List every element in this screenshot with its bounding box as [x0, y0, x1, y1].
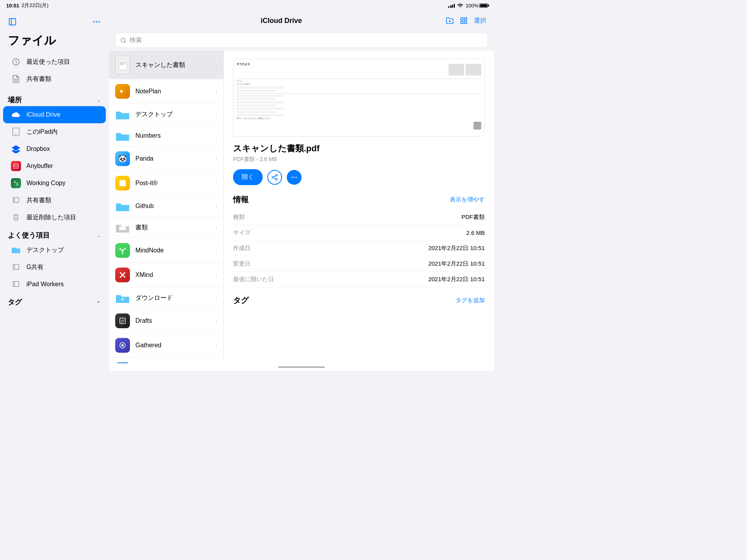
size-value: 2.6 MB	[466, 229, 485, 236]
content-area: iCloud Drive 選択 検索	[109, 11, 494, 371]
desktop-folder-icon	[115, 108, 130, 120]
split-pane: スキャンした書類 › ✦ NotePlan › デスクトップ	[109, 51, 494, 363]
info-row-opened: 最後に開いた日 2021年2月22日 10:51	[233, 272, 485, 287]
list-item-chevron: ›	[215, 203, 217, 209]
list-item[interactable]: MindNode ›	[109, 238, 223, 263]
list-item[interactable]: Github ›	[109, 196, 223, 217]
svg-rect-25	[461, 21, 463, 24]
places-chevron: ⌄	[96, 97, 101, 103]
list-item[interactable]: ダウンロード ›	[109, 287, 223, 309]
share-button[interactable]	[267, 170, 282, 185]
list-item[interactable]: ✦ NotePlan ›	[109, 79, 223, 104]
list-item[interactable]: デスクトップ ›	[109, 104, 223, 125]
list-item[interactable]: Drafts ›	[109, 309, 223, 333]
list-item[interactable]: Keynote ›	[109, 358, 223, 363]
tags-section-header[interactable]: タグ	[0, 293, 109, 308]
svg-rect-10	[14, 164, 18, 168]
open-button[interactable]: 開く	[233, 169, 263, 185]
more-button[interactable]	[287, 170, 302, 185]
sidebar-item-shared-books[interactable]: 共有書類	[3, 192, 106, 209]
sidebar-item-shared[interactable]: 共有書類	[3, 70, 106, 88]
sidebar-item-icloud[interactable]: iCloud Drive	[3, 106, 106, 123]
list-item-name: Github	[135, 203, 210, 210]
list-item-name: MindNode	[135, 247, 210, 254]
sidebar-item-recently-deleted[interactable]: 最近削除した項目	[3, 209, 106, 226]
file-list: スキャンした書類 › ✦ NotePlan › デスクトップ	[109, 51, 224, 363]
shared-books-label: 共有書類	[26, 196, 51, 205]
wifi-icon	[457, 3, 463, 9]
sidebar-item-ipad-workers[interactable]: iPad Workers	[3, 276, 106, 293]
search-icon	[120, 37, 126, 44]
sidebar-top-actions	[0, 14, 109, 33]
list-item-name: Numbers	[135, 132, 210, 139]
new-folder-button[interactable]	[446, 17, 454, 24]
home-indicator	[109, 363, 494, 371]
status-bar: 10:51 2月22日(月) 100%	[0, 0, 494, 11]
list-item[interactable]: XMind ›	[109, 263, 223, 287]
more-options-button[interactable]	[90, 16, 103, 28]
list-item-chevron: ›	[215, 156, 217, 162]
postit-icon	[115, 176, 130, 191]
svg-point-2	[93, 21, 95, 23]
github-folder-icon	[115, 200, 130, 212]
status-date: 2月22日(月)	[21, 2, 48, 9]
signal-icon	[448, 3, 455, 8]
list-item[interactable]: Numbers ›	[109, 125, 223, 147]
info-row-type: 種類 PDF書類	[233, 210, 485, 225]
list-item-name: Gathered	[135, 342, 210, 349]
svg-rect-43	[120, 318, 125, 324]
svg-point-57	[291, 177, 293, 178]
favorites-title: よく使う項目	[8, 231, 50, 240]
detail-pane: そうだより アーム そうだんの窓口 〇〇〇〇〇〇〇〇〇〇〇〇〇〇〇〇〇〇〇〇〇〇…	[224, 51, 494, 363]
show-more-button[interactable]: 表示を増やす	[450, 196, 485, 203]
list-item[interactable]: Gathered ›	[109, 333, 223, 358]
search-bar[interactable]: 検索	[115, 33, 488, 48]
select-button[interactable]: 選択	[474, 17, 486, 25]
svg-point-48	[121, 344, 124, 346]
svg-line-28	[124, 42, 126, 43]
dropbox-label: Dropbox	[26, 145, 50, 152]
sidebar-item-anybuffer[interactable]: Anybuffer	[3, 158, 106, 175]
xmind-icon	[115, 268, 130, 282]
list-item-name: Drafts	[135, 317, 210, 324]
sidebar-toggle-button[interactable]	[6, 16, 19, 28]
detail-file-name: スキャンした書類.pdf	[233, 143, 485, 154]
sidebar-item-dropbox[interactable]: Dropbox	[3, 140, 106, 158]
svg-point-52	[275, 174, 277, 176]
svg-line-56	[274, 175, 275, 177]
ipad-icon	[11, 127, 21, 137]
top-bar: iCloud Drive 選択	[109, 11, 494, 30]
list-item-chevron: ›	[215, 62, 217, 68]
icloud-icon	[11, 110, 21, 120]
sidebar-item-this-ipad[interactable]: このiPad内	[3, 123, 106, 140]
view-toggle-button[interactable]	[460, 17, 468, 24]
list-item-name: デスクトップ	[135, 110, 210, 119]
anybuffer-label: Anybuffer	[26, 163, 53, 170]
ipad-workers-label: iPad Workers	[26, 281, 64, 288]
sidebar-item-g-shared[interactable]: G共有	[3, 259, 106, 276]
action-buttons: 開く	[233, 169, 485, 185]
svg-point-36	[121, 249, 124, 252]
sidebar-item-working-copy[interactable]: Working Copy	[3, 175, 106, 192]
tag-section: タグ タグを追加	[233, 295, 485, 306]
info-row-modified: 変更日 2021年2月22日 10:51	[233, 256, 485, 272]
list-item[interactable]: 🐼 Panda ›	[109, 147, 223, 171]
list-item[interactable]: 書類 ›	[109, 217, 223, 238]
working-copy-icon	[11, 178, 21, 188]
svg-line-40	[121, 249, 121, 250]
sidebar-item-desktop[interactable]: デスクトップ	[3, 242, 106, 259]
search-placeholder: 検索	[130, 36, 142, 44]
recents-label: 最近使った項目	[26, 58, 70, 66]
tags-title: タグ	[8, 298, 22, 307]
list-item-chevron: ›	[215, 133, 217, 139]
svg-point-54	[275, 178, 277, 180]
list-item-name: Post-it®	[135, 180, 210, 187]
sidebar-item-recents[interactable]: 最近使った項目	[3, 53, 106, 70]
svg-point-53	[272, 176, 274, 178]
tag-section-header: タグ タグを追加	[233, 295, 485, 306]
clock-icon	[11, 57, 21, 67]
add-tag-button[interactable]: タグを追加	[456, 297, 485, 304]
list-item[interactable]: Post-it® ›	[109, 171, 223, 196]
sidebar-title: ファイル	[0, 33, 109, 53]
list-item[interactable]: スキャンした書類 ›	[109, 51, 223, 79]
